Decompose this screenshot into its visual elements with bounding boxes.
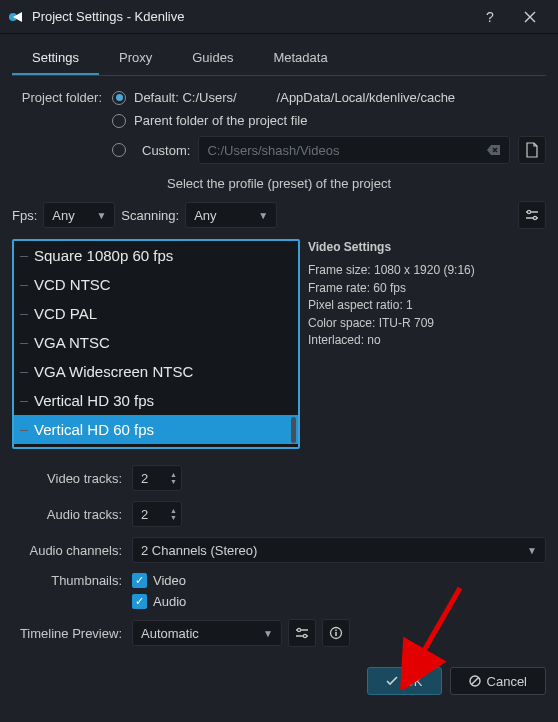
frame-rate: Frame rate: 60 fps: [308, 280, 546, 297]
ok-button[interactable]: OK: [367, 667, 442, 695]
default-path-suffix: /AppData/Local/kdenlive/cache: [277, 90, 456, 105]
tab-settings[interactable]: Settings: [12, 42, 99, 75]
tab-proxy[interactable]: Proxy: [99, 42, 172, 75]
scanning-label: Scanning:: [121, 208, 179, 223]
dialog-buttons: OK Cancel: [12, 667, 546, 695]
color-space: Color space: ITU-R 709: [308, 315, 546, 332]
scanning-select[interactable]: Any▼: [185, 202, 277, 228]
list-item[interactable]: VCD NTSC: [14, 270, 298, 299]
pixel-aspect-ratio: Pixel aspect ratio: 1: [308, 297, 546, 314]
cancel-icon: [469, 675, 481, 687]
stepper-arrows[interactable]: ▲▼: [170, 471, 177, 485]
stepper-arrows[interactable]: ▲▼: [170, 507, 177, 521]
tab-bar: Settings Proxy Guides Metadata: [12, 42, 546, 76]
clear-path-icon[interactable]: [487, 144, 501, 156]
audio-channels-row: Audio channels: 2 Channels (Stereo)▼: [12, 537, 546, 563]
project-folder-parent-row: Parent folder of the project file: [112, 113, 546, 128]
svg-point-2: [533, 216, 536, 219]
video-tracks-value: 2: [141, 471, 148, 486]
video-tracks-label: Video tracks:: [12, 471, 132, 486]
timeline-preview-select[interactable]: Automatic▼: [132, 620, 282, 646]
chevron-down-icon: ▼: [96, 210, 106, 221]
dialog-content: Settings Proxy Guides Metadata Project f…: [0, 34, 558, 707]
titlebar: Project Settings - Kdenlive ?: [0, 0, 558, 34]
list-item[interactable]: Square 1080p 60 fps: [14, 241, 298, 270]
svg-point-1: [527, 210, 530, 213]
close-button[interactable]: [510, 1, 550, 33]
help-button[interactable]: ?: [470, 1, 510, 33]
video-thumb-label: Video: [153, 573, 186, 588]
scanning-value: Any: [194, 208, 216, 223]
interlaced: Interlaced: no: [308, 332, 546, 349]
video-settings-heading: Video Settings: [308, 239, 546, 256]
tab-guides[interactable]: Guides: [172, 42, 253, 75]
check-icon: [386, 676, 398, 686]
cancel-button[interactable]: Cancel: [450, 667, 546, 695]
window-title: Project Settings - Kdenlive: [32, 9, 470, 24]
list-item[interactable]: Vertical HD 30 fps: [14, 386, 298, 415]
audio-channels-label: Audio channels:: [12, 543, 132, 558]
list-item[interactable]: VGA Widescreen NTSC: [14, 357, 298, 386]
profile-listbox[interactable]: Square 1080p 60 fps VCD NTSC VCD PAL VGA…: [12, 239, 300, 449]
thumbnails-audio-row: ✓ Audio: [12, 594, 546, 609]
profile-filter-row: Fps: Any▼ Scanning: Any▼: [12, 201, 546, 229]
audio-tracks-label: Audio tracks:: [12, 507, 132, 522]
frame-size: Frame size: 1080 x 1920 (9:16): [308, 262, 546, 279]
cancel-label: Cancel: [487, 674, 527, 689]
svg-rect-7: [335, 632, 337, 636]
video-tracks-row: Video tracks: 2 ▲▼: [12, 465, 546, 491]
default-path-prefix: Default: C:/Users/: [134, 90, 237, 105]
custom-path-text: C:/Users/shash/Videos: [207, 143, 339, 158]
chevron-down-icon: ▼: [527, 545, 537, 556]
audio-channels-select[interactable]: 2 Channels (Stereo)▼: [132, 537, 546, 563]
radio-parent[interactable]: [112, 114, 126, 128]
checkbox-audio-thumb[interactable]: ✓: [132, 594, 147, 609]
scrollbar-thumb[interactable]: [291, 417, 296, 443]
redacted-user: [239, 91, 275, 104]
chevron-down-icon: ▼: [258, 210, 268, 221]
svg-point-6: [335, 629, 337, 631]
timeline-preview-value: Automatic: [141, 626, 199, 641]
project-folder-custom-row: Custom: C:/Users/shash/Videos: [112, 136, 546, 164]
timeline-preview-row: Timeline Preview: Automatic▼: [12, 619, 546, 647]
ok-label: OK: [404, 674, 423, 689]
project-folder-default-row: Project folder: Default: C:/Users/ /AppD…: [12, 90, 546, 105]
list-item-selected[interactable]: Vertical HD 60 fps: [14, 415, 298, 444]
browse-folder-button[interactable]: [518, 136, 546, 164]
audio-tracks-value: 2: [141, 507, 148, 522]
custom-label: Custom:: [142, 143, 190, 158]
custom-path-input[interactable]: C:/Users/shash/Videos: [198, 136, 510, 164]
fps-label: Fps:: [12, 208, 37, 223]
timeline-preview-label: Timeline Preview:: [12, 626, 132, 641]
audio-channels-value: 2 Channels (Stereo): [141, 543, 257, 558]
list-item[interactable]: VCD PAL: [14, 299, 298, 328]
profile-area: Square 1080p 60 fps VCD NTSC VCD PAL VGA…: [12, 239, 546, 449]
profile-caption: Select the profile (preset) of the proje…: [12, 176, 546, 191]
app-icon: [8, 9, 24, 25]
fps-value: Any: [52, 208, 74, 223]
checkbox-video-thumb[interactable]: ✓: [132, 573, 147, 588]
svg-point-4: [303, 634, 306, 637]
video-tracks-stepper[interactable]: 2 ▲▼: [132, 465, 182, 491]
preview-config-button[interactable]: [288, 619, 316, 647]
audio-tracks-stepper[interactable]: 2 ▲▼: [132, 501, 182, 527]
project-folder-label: Project folder:: [12, 90, 112, 105]
parent-folder-label: Parent folder of the project file: [134, 113, 307, 128]
chevron-down-icon: ▼: [263, 628, 273, 639]
radio-default[interactable]: [112, 91, 126, 105]
video-settings-panel: Video Settings Frame size: 1080 x 1920 (…: [308, 239, 546, 449]
thumbnails-label: Thumbnails:: [12, 573, 132, 588]
radio-custom[interactable]: [112, 143, 126, 157]
tab-metadata[interactable]: Metadata: [253, 42, 347, 75]
list-item[interactable]: VGA NTSC: [14, 328, 298, 357]
audio-tracks-row: Audio tracks: 2 ▲▼: [12, 501, 546, 527]
svg-point-3: [297, 628, 300, 631]
preview-info-button[interactable]: [322, 619, 350, 647]
profile-settings-button[interactable]: [518, 201, 546, 229]
thumbnails-row: Thumbnails: ✓ Video: [12, 573, 546, 588]
audio-thumb-label: Audio: [153, 594, 186, 609]
fps-select[interactable]: Any▼: [43, 202, 115, 228]
